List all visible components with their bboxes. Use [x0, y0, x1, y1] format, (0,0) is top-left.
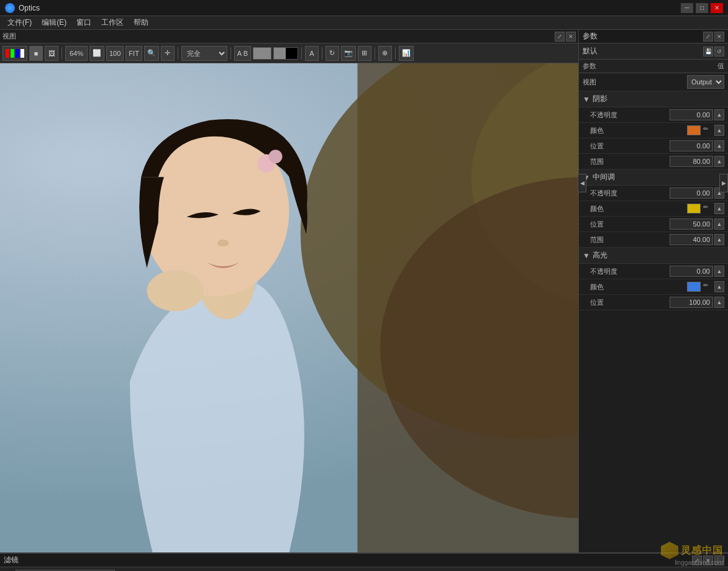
zoom-display[interactable]: 64%: [65, 46, 88, 61]
param-highlight-color-swatch[interactable]: [687, 282, 701, 292]
viewer-panel-controls: ⤢ ✕: [555, 32, 576, 42]
shadow-arrow: ▼: [583, 95, 590, 104]
filter-panel: 滤镜 ⤢ ✕ ⋮⋮ 🔍 光类 图像 幻想/粒子 扩散/模糊 渐变/色彩 渲染 胶…: [0, 554, 728, 571]
magnify-button[interactable]: 🔍: [144, 46, 159, 61]
bottom-area: 滤镜 ⤢ ✕ ⋮⋮ 🔍 光类 图像 幻想/粒子 扩散/模糊 渐变/色彩 渲染 胶…: [0, 552, 728, 571]
fit-button[interactable]: FIT: [125, 46, 142, 61]
compare-button[interactable]: ⊞: [358, 46, 371, 61]
toolbar-separator-2: [178, 47, 178, 60]
param-midtone-opacity: 不透明度 ▲: [579, 186, 728, 201]
param-shadow-range-input[interactable]: [670, 156, 713, 167]
params-close-button[interactable]: ✕: [714, 32, 724, 42]
menu-window[interactable]: 窗口: [71, 16, 96, 29]
param-view-select[interactable]: Output Input: [687, 75, 724, 89]
minimize-button[interactable]: ─: [681, 3, 693, 13]
param-shadow-color-label: 颜色: [590, 126, 687, 135]
viewer-expand-button[interactable]: ⤢: [555, 32, 565, 42]
toolbar-separator-6: [375, 47, 375, 60]
param-midtone-position: 位置 ▲: [579, 217, 728, 232]
param-highlight-opacity-input[interactable]: [670, 266, 713, 277]
param-midtone-eyedropper[interactable]: ✏: [703, 204, 713, 214]
menu-edit[interactable]: 编辑(E): [37, 16, 71, 29]
params-preset-label: 默认: [583, 46, 598, 56]
param-shadow-position-label: 位置: [590, 142, 670, 151]
menu-workspace[interactable]: 工作区: [96, 16, 129, 29]
viewer-title: 视图: [2, 32, 16, 41]
param-view-label: 视图: [583, 78, 596, 87]
app-title: Optics: [19, 4, 681, 12]
section-highlight-header[interactable]: ▼ 高光: [579, 248, 728, 264]
params-save-button[interactable]: 💾: [703, 47, 713, 56]
param-midtone-position-input[interactable]: [670, 218, 713, 230]
param-highlight-opacity-stepper[interactable]: ▲: [714, 266, 724, 277]
param-midtone-range-stepper[interactable]: ▲: [714, 234, 724, 245]
histogram-button[interactable]: 📊: [399, 46, 414, 61]
param-midtone-position-label: 位置: [590, 220, 670, 229]
background-color-button[interactable]: [253, 47, 271, 60]
param-midtone-position-stepper[interactable]: ▲: [714, 218, 724, 230]
text-overlay-button[interactable]: A: [305, 46, 319, 61]
viewer-header: 视图 ⤢ ✕: [0, 30, 578, 43]
param-highlight-eyedropper[interactable]: ✏: [703, 282, 713, 292]
main-image: [0, 63, 578, 552]
param-shadow-opacity-stepper[interactable]: ▲: [714, 109, 724, 120]
param-shadow-eyedropper[interactable]: ✏: [703, 125, 713, 135]
watermark-brand: 灵感中国: [681, 544, 723, 557]
section-midtone-header[interactable]: ▼ 中间调: [579, 169, 728, 186]
params-toolbar: 默认 💾 ↺: [579, 43, 728, 60]
params-col-name: 参数: [583, 61, 675, 71]
rotate-button[interactable]: ↻: [325, 46, 339, 61]
param-shadow-range-stepper[interactable]: ▲: [714, 156, 724, 167]
image-viewer[interactable]: [0, 63, 578, 552]
toolbar-separator-5: [322, 47, 322, 60]
toolbar-separator-7: [395, 47, 396, 60]
ab-compare-button[interactable]: A B: [234, 46, 251, 61]
grayscale-button[interactable]: ■: [29, 46, 43, 61]
snapshot-button[interactable]: 📷: [341, 46, 356, 61]
param-midtone-color-stepper[interactable]: ▲: [714, 203, 724, 214]
param-shadow-opacity-input[interactable]: [670, 109, 713, 120]
param-shadow-color-swatch[interactable]: [687, 125, 701, 135]
crosshair-button[interactable]: ⊕: [378, 46, 392, 61]
watermark-main: 灵感中国: [661, 542, 723, 559]
param-highlight-position-input[interactable]: [670, 297, 713, 308]
params-collapse-button[interactable]: ◀: [578, 174, 586, 192]
overlay-button[interactable]: [273, 47, 298, 60]
param-highlight-color-stepper[interactable]: ▲: [714, 281, 724, 292]
filter-header: 滤镜 ⤢ ✕ ⋮⋮: [0, 554, 728, 567]
menu-file[interactable]: 文件(F): [2, 16, 37, 29]
param-midtone-range-input[interactable]: [670, 234, 713, 245]
param-shadow-color-stepper[interactable]: ▲: [714, 125, 724, 136]
param-midtone-color-swatch[interactable]: [687, 204, 701, 214]
params-reset-button[interactable]: ↺: [714, 47, 724, 56]
zoom-frame-button[interactable]: ⬜: [89, 46, 104, 61]
toolbar-separator-4: [301, 47, 302, 60]
param-shadow-position-input[interactable]: [670, 140, 713, 151]
param-midtone-range: 范围 ▲: [579, 232, 728, 248]
menubar: 文件(F) 编辑(E) 窗口 工作区 帮助: [0, 16, 728, 30]
params-expand-button[interactable]: ⤢: [703, 32, 713, 42]
params-scroll-right-button[interactable]: ▶: [719, 174, 728, 192]
menu-help[interactable]: 帮助: [129, 16, 153, 29]
viewer-close-button[interactable]: ✕: [566, 32, 576, 42]
close-button[interactable]: ✕: [711, 3, 723, 13]
param-shadow-opacity-label: 不透明度: [590, 110, 670, 120]
section-shadow-label: 阴影: [593, 94, 607, 104]
maximize-button[interactable]: □: [696, 3, 708, 13]
params-panel: 参数 ⤢ ✕ 默认 💾 ↺ 参数 值 视图 Output: [579, 30, 728, 552]
param-shadow-position: 位置 ▲: [579, 138, 728, 154]
params-content: 视图 Output Input ▼ 阴影 不透明度 ▲ 颜色 ✏: [579, 73, 728, 552]
zoom-100-button[interactable]: 100: [106, 46, 124, 61]
zoom-value: 64%: [70, 50, 83, 57]
param-midtone-range-label: 范围: [590, 235, 670, 245]
watermark-url: lingganchina.com: [675, 559, 723, 566]
pan-button[interactable]: ✛: [161, 46, 175, 61]
section-shadow-header[interactable]: ▼ 阴影: [579, 91, 728, 107]
color-channels-button[interactable]: [2, 46, 27, 61]
param-midtone-opacity-input[interactable]: [670, 187, 713, 199]
param-shadow-range-label: 范围: [590, 157, 670, 166]
param-shadow-position-stepper[interactable]: ▲: [714, 140, 724, 151]
image-button[interactable]: 🖼: [45, 46, 58, 61]
view-mode-select[interactable]: 完全 水平分割 垂直分割: [181, 46, 227, 61]
param-highlight-position-stepper[interactable]: ▲: [714, 297, 724, 308]
